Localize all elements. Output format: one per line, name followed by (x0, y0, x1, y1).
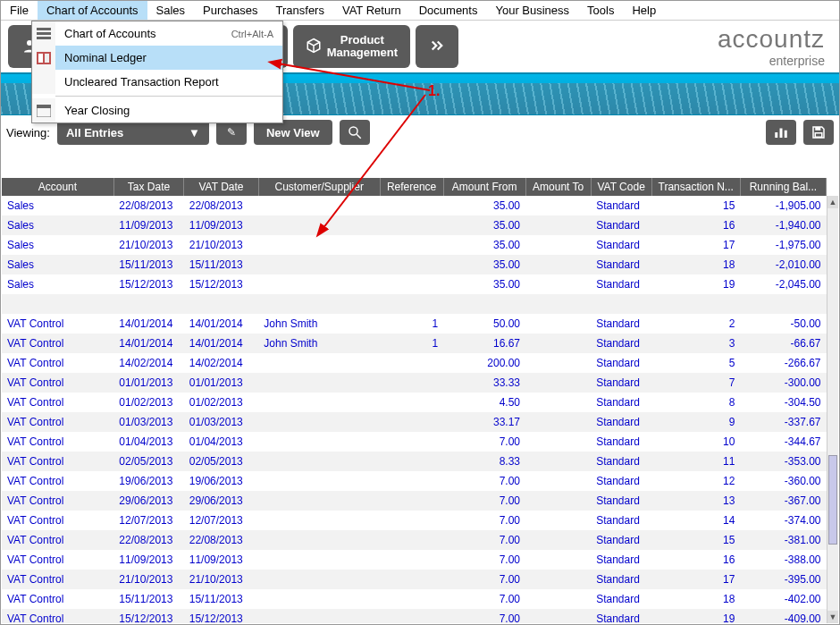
svg-rect-23 (815, 127, 820, 131)
save-button[interactable] (803, 120, 834, 145)
chart-button[interactable] (766, 120, 796, 145)
table-row[interactable]: Sales11/09/201311/09/201335.00Standard16… (2, 215, 827, 235)
search-button[interactable] (340, 120, 370, 145)
col-header[interactable]: Amount From (443, 178, 525, 196)
table-row[interactable]: VAT Control15/12/201315/12/20137.00Stand… (2, 609, 827, 623)
table-body: Sales22/08/201322/08/201335.00Standard15… (2, 196, 827, 623)
menu-vat-return[interactable]: VAT Return (333, 1, 410, 20)
svg-rect-20 (775, 132, 777, 138)
vertical-scrollbar[interactable]: ▲ ▼ (827, 196, 838, 623)
table-row[interactable]: VAT Control01/02/201301/02/20134.50Stand… (2, 393, 827, 412)
table-row[interactable]: VAT Control01/01/201301/01/201333.33Stan… (2, 373, 827, 393)
table-row[interactable]: VAT Control14/01/201414/01/2014John Smit… (2, 314, 827, 334)
viewing-label: Viewing: (6, 126, 50, 139)
book-icon (36, 51, 52, 65)
scroll-down-arrow[interactable]: ▼ (827, 611, 838, 623)
scroll-up-arrow[interactable]: ▲ (827, 196, 838, 208)
col-header[interactable]: Account (2, 178, 113, 196)
svg-rect-4 (38, 54, 43, 63)
col-header[interactable]: Amount To (525, 178, 591, 196)
menu-item-chart-of-accounts[interactable]: Chart of AccountsCtrl+Alt-A (32, 21, 282, 46)
new-view-label: New View (266, 126, 320, 139)
menu-item-year-closing[interactable]: Year Closing (32, 98, 282, 122)
table-row[interactable]: VAT Control14/01/201414/01/2014John Smit… (2, 334, 827, 353)
table-row[interactable]: VAT Control21/10/201321/10/20137.00Stand… (2, 570, 827, 589)
col-header[interactable]: Running Bal... (740, 178, 826, 196)
col-header[interactable]: Customer/Supplier (258, 178, 380, 196)
table-row[interactable]: VAT Control29/06/201329/06/20137.00Stand… (2, 491, 827, 511)
col-header[interactable]: Transaction N... (651, 178, 740, 196)
menu-purchases[interactable]: Purchases (194, 1, 266, 20)
new-view-button[interactable]: New View (254, 120, 332, 145)
table-row[interactable]: VAT Control14/02/201414/02/2014200.00Sta… (2, 353, 827, 373)
ledger-table-container: AccountTax DateVAT DateCustomer/Supplier… (2, 178, 827, 623)
bars-icon (36, 27, 52, 41)
svg-rect-7 (37, 105, 51, 108)
menu-documents[interactable]: Documents (410, 1, 487, 20)
menu-chart-of-accounts[interactable]: Chart of Accounts (38, 1, 147, 20)
pencil-icon: ✎ (227, 126, 236, 139)
col-header[interactable]: Tax Date (113, 178, 183, 196)
col-header[interactable]: VAT Code (591, 178, 651, 196)
menubar: FileChart of AccountsSalesPurchasesTrans… (1, 1, 839, 21)
svg-rect-22 (785, 131, 787, 138)
table-row[interactable] (2, 294, 827, 314)
bar-chart-icon (773, 124, 789, 140)
table-row[interactable]: Sales15/11/201315/11/201335.00Standard18… (2, 255, 827, 274)
table-row[interactable]: VAT Control12/07/201312/07/20137.00Stand… (2, 511, 827, 530)
box-icon (306, 38, 322, 56)
menu-item-uncleared-transaction-report[interactable]: Uncleared Transaction Report (32, 70, 282, 94)
chevron-down-icon: ▼ (189, 126, 200, 139)
col-header[interactable]: VAT Date (184, 178, 259, 196)
svg-rect-24 (815, 133, 822, 138)
scroll-thumb[interactable] (828, 455, 837, 545)
menu-tools[interactable]: Tools (578, 1, 623, 20)
svg-rect-2 (37, 37, 51, 39)
magnifier-icon (347, 124, 363, 140)
menu-your-business[interactable]: Your Business (486, 1, 578, 20)
table-row[interactable]: VAT Control01/04/201301/04/20137.00Stand… (2, 432, 827, 452)
table-row[interactable]: VAT Control02/05/201302/05/20138.33Stand… (2, 452, 827, 471)
svg-line-19 (357, 134, 361, 139)
ledger-table: AccountTax DateVAT DateCustomer/Supplier… (2, 178, 827, 623)
chevrons-icon (429, 38, 445, 56)
toolbar-product-button[interactable]: ProductManagement (293, 25, 410, 68)
table-row[interactable]: VAT Control22/08/201322/08/20137.00Stand… (2, 530, 827, 550)
table-row[interactable]: VAT Control11/09/201311/09/20137.00Stand… (2, 550, 827, 570)
table-row[interactable]: VAT Control01/03/201301/03/201333.17Stan… (2, 412, 827, 432)
menu-item-nominal-ledger[interactable]: Nominal Ledger (32, 46, 282, 70)
menu-transfers[interactable]: Transfers (267, 1, 333, 20)
table-row[interactable]: VAT Control15/11/201315/11/20137.00Stand… (2, 589, 827, 609)
svg-rect-21 (780, 129, 783, 139)
blank-icon (36, 75, 52, 89)
chart-of-accounts-menu: Chart of AccountsCtrl+Alt-ANominal Ledge… (31, 21, 283, 123)
table-row[interactable]: VAT Control19/06/201319/06/20137.00Stand… (2, 471, 827, 491)
view-selector[interactable]: All Entries ▼ (57, 120, 209, 145)
table-row[interactable]: Sales15/12/201315/12/201335.00Standard19… (2, 274, 827, 294)
annotation-label: 1. (428, 83, 440, 99)
col-header[interactable]: Reference (380, 178, 443, 196)
save-icon (811, 124, 827, 140)
table-row[interactable]: Sales21/10/201321/10/201335.00Standard17… (2, 235, 827, 255)
calendar-icon (36, 104, 52, 118)
menu-sales[interactable]: Sales (147, 1, 195, 20)
svg-point-18 (349, 127, 357, 135)
svg-rect-0 (37, 28, 51, 30)
table-header-row: AccountTax DateVAT DateCustomer/Supplier… (2, 178, 827, 196)
toolbar-chevrons-button[interactable] (416, 25, 458, 68)
svg-rect-1 (37, 32, 51, 35)
view-selector-label: All Entries (66, 126, 123, 139)
table-row[interactable]: Sales22/08/201322/08/201335.00Standard15… (2, 196, 827, 215)
edit-view-button[interactable]: ✎ (216, 120, 247, 145)
menu-file[interactable]: File (1, 1, 38, 20)
brand-logo: accountzenterprise (718, 25, 832, 68)
svg-rect-5 (45, 54, 49, 63)
menu-help[interactable]: Help (623, 1, 665, 20)
